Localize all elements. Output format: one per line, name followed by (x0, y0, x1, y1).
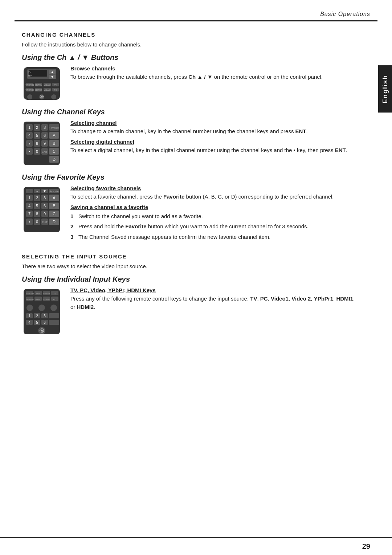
svg-text:ⓦ: ⓦ (40, 95, 44, 99)
svg-text:C: C (53, 212, 56, 216)
svg-point-27 (51, 94, 56, 99)
page-title: Basic Operations (320, 11, 370, 17)
svg-text:Video2: Video2 (44, 84, 51, 86)
using-channel-keys-heading: Using the Channel Keys (22, 108, 359, 116)
svg-text:0: 0 (36, 220, 38, 224)
selecting-favorite-body: To select a favorite channel, press the … (70, 193, 359, 201)
selecting-favorite-subheading: Selecting favorite channels (70, 185, 359, 191)
svg-point-124 (50, 305, 57, 311)
selecting-digital-body: To select a digital channel, key in the … (70, 146, 359, 155)
svg-text:1: 1 (28, 196, 30, 200)
svg-text:•: • (29, 149, 30, 154)
svg-text:7: 7 (28, 212, 30, 216)
svg-text:2: 2 (36, 314, 38, 318)
svg-point-25 (27, 94, 32, 99)
saving-favorite-steps: 1Switch to the channel you want to add a… (70, 212, 359, 241)
svg-point-123 (38, 305, 45, 311)
favorite-keys-text: Selecting favorite channels To select a … (70, 185, 359, 243)
svg-text:•: • (29, 220, 30, 224)
input-keys-block: YPBPR1 HDMI1 Video2 TV YPBPR2 HDMI2 Vide… (22, 287, 359, 337)
svg-rect-138 (49, 320, 59, 325)
svg-text:Video2: Video2 (43, 298, 50, 301)
selecting-input-intro: There are two ways to select the video i… (22, 263, 359, 269)
remote-numpad-svg: 1 2 3 Favorite 4 5 6 A 7 8 9 B • 0 (22, 120, 62, 167)
browse-channels-subheading: Browse channels (70, 65, 359, 72)
svg-text:−: − (28, 189, 30, 193)
svg-text:0: 0 (36, 149, 38, 154)
svg-text:A: A (53, 133, 56, 138)
language-tab: English (378, 65, 392, 113)
using-individual-keys-heading: Using the Individual Input Keys (22, 275, 359, 283)
svg-text:4: 4 (28, 204, 30, 208)
browse-channels-block: ▲ ▼ TV MY YPBPR1 HDMI1 Video2 TV (22, 65, 359, 103)
svg-text:8: 8 (36, 141, 38, 146)
svg-text:8: 8 (36, 212, 38, 216)
svg-text:5: 5 (36, 204, 38, 208)
remote-ch-image: ▲ ▼ TV MY YPBPR1 HDMI1 Video2 TV (22, 65, 62, 103)
svg-rect-131 (49, 313, 59, 318)
svg-text:Favorite: Favorite (49, 126, 60, 130)
remote-input-svg: YPBPR1 HDMI1 Video2 TV YPBPR2 HDMI2 Vide… (22, 287, 62, 336)
svg-text:B: B (53, 204, 55, 208)
svg-text:D: D (53, 157, 56, 162)
browse-channels-body: To browse through the available channels… (70, 73, 359, 81)
svg-text:PC: PC (54, 89, 57, 91)
page-container: Basic Operations English Changing Channe… (0, 0, 392, 555)
browse-channels-text: Browse channels To browse through the av… (70, 65, 359, 84)
selecting-input-heading: Selecting the Input Source (22, 253, 359, 260)
svg-text:6: 6 (44, 133, 46, 138)
svg-text:3: 3 (44, 125, 46, 130)
input-keys-text: TV, PC, Video, YPbPr, HDMI Keys Press an… (70, 287, 359, 314)
svg-text:1: 1 (28, 125, 30, 130)
svg-text:YPBPR1: YPBPR1 (25, 84, 34, 86)
svg-text:6: 6 (44, 321, 46, 325)
svg-text:5: 5 (36, 133, 38, 138)
svg-text:1: 1 (28, 314, 30, 318)
svg-text:▲: ▲ (51, 70, 54, 74)
svg-text:TV: TV (54, 84, 57, 86)
step-2: 2Press and hold the Favorite button whic… (70, 223, 359, 231)
using-ch-buttons-heading: Using the Ch ▲ / ▼ Buttons (22, 53, 359, 62)
channel-keys-text: Selecting channel To change to a certain… (70, 120, 359, 157)
favorite-keys-block: − ■ ▼ Favorite 1 2 3 A 4 5 6 B 7 8 (22, 185, 359, 243)
svg-point-122 (26, 305, 33, 311)
svg-rect-64 (24, 187, 60, 232)
main-content: Changing Channels Follow the instruction… (0, 21, 392, 355)
svg-text:HDMI2: HDMI2 (35, 298, 42, 301)
remote-ch-svg: ▲ ▼ TV MY YPBPR1 HDMI1 Video2 TV (22, 65, 62, 102)
svg-text:PC: PC (53, 298, 57, 301)
tv-pc-video-subheading: TV, PC, Video, YPbPr, HDMI Keys (70, 287, 359, 293)
selecting-channel-body: To change to a certain channel, key in t… (70, 127, 359, 136)
svg-text:MY: MY (28, 75, 32, 77)
svg-text:3: 3 (44, 314, 46, 318)
remote-fav-image: − ■ ▼ Favorite 1 2 3 A 4 5 6 B 7 8 (22, 185, 62, 235)
channel-keys-block: 1 2 3 Favorite 4 5 6 A 7 8 9 B • 0 (22, 120, 359, 168)
svg-text:TV: TV (53, 293, 56, 295)
svg-text:ⓦ: ⓦ (40, 328, 44, 333)
bottom-bar: 29 (0, 537, 392, 555)
svg-rect-2 (29, 70, 47, 77)
svg-text:ENT: ENT (42, 221, 48, 224)
svg-text:HDMI1: HDMI1 (35, 84, 42, 86)
svg-text:HDMI2: HDMI2 (35, 89, 42, 91)
changing-channels-intro: Follow the instructions below to change … (22, 41, 359, 48)
svg-text:HDMI1: HDMI1 (35, 293, 42, 295)
svg-text:C: C (53, 149, 56, 154)
top-bar: Basic Operations (0, 0, 392, 20)
remote-input-image: YPBPR1 HDMI1 Video2 TV YPBPR2 HDMI2 Vide… (22, 287, 62, 337)
svg-text:Video2: Video2 (43, 293, 50, 295)
using-favorite-keys-heading: Using the Favorite Keys (22, 173, 359, 181)
svg-text:9: 9 (44, 141, 46, 146)
svg-text:3: 3 (44, 196, 46, 200)
step-3: 3The Channel Saved message appears to co… (70, 233, 359, 241)
svg-text:B: B (53, 141, 55, 146)
svg-text:2: 2 (36, 125, 38, 130)
svg-text:YPBPR2: YPBPR2 (25, 298, 34, 301)
svg-text:7: 7 (28, 141, 30, 146)
svg-text:Favorite: Favorite (49, 190, 58, 193)
changing-channels-heading: Changing Channels (22, 32, 359, 38)
svg-text:A: A (53, 196, 56, 200)
step-1: 1Switch to the channel you want to add a… (70, 212, 359, 221)
page-number: 29 (362, 542, 370, 551)
svg-text:6: 6 (44, 204, 46, 208)
